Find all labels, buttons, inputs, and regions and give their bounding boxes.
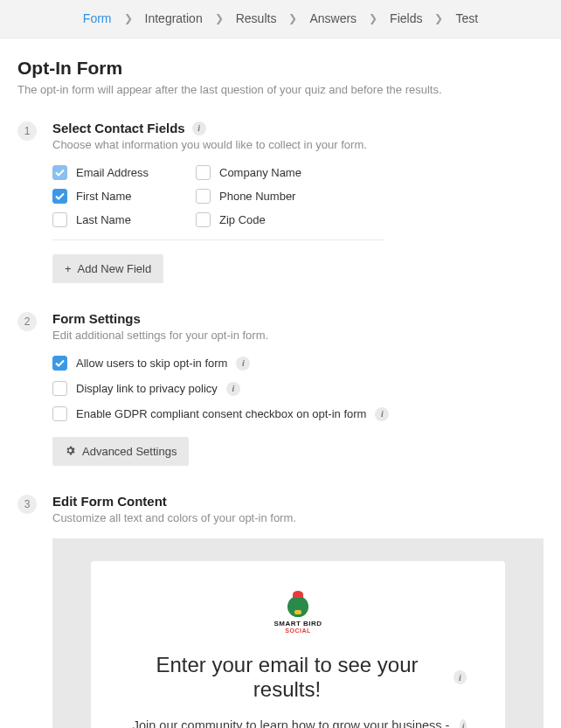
checkbox[interactable] bbox=[52, 212, 67, 227]
checkbox[interactable] bbox=[196, 165, 211, 180]
section-title: Edit Form Content bbox=[52, 494, 544, 509]
info-icon[interactable]: i bbox=[375, 407, 389, 421]
plus-icon: + bbox=[65, 263, 72, 274]
field-label: Email Address bbox=[76, 166, 149, 179]
nav-results[interactable]: Results bbox=[236, 11, 277, 25]
page-title: Opt-In Form bbox=[17, 58, 544, 79]
section-form-settings: 2 Form Settings Edit additional settings… bbox=[17, 311, 544, 466]
section-desc: Edit additional settings for your opt-in… bbox=[52, 329, 544, 342]
info-icon[interactable]: i bbox=[454, 670, 467, 684]
logo-text: SMART BIRD bbox=[274, 620, 322, 627]
field-label: Last Name bbox=[76, 213, 131, 226]
step-number: 2 bbox=[17, 312, 37, 331]
chevron-right-icon: ❯ bbox=[434, 12, 443, 24]
option-label: Allow users to skip opt-in form bbox=[76, 357, 227, 370]
logo-image bbox=[287, 596, 308, 617]
chevron-right-icon: ❯ bbox=[124, 12, 133, 24]
field-label: Company Name bbox=[219, 166, 301, 179]
section-title-text: Edit Form Content bbox=[52, 494, 167, 509]
info-icon[interactable]: i bbox=[226, 382, 240, 396]
field-label: Zip Code bbox=[219, 213, 266, 226]
option-allow-skip[interactable]: Allow users to skip opt-in form i bbox=[52, 356, 544, 371]
section-title-text: Select Contact Fields bbox=[52, 121, 185, 135]
section-contact-fields: 1 Select Contact Fields i Choose what in… bbox=[17, 121, 544, 283]
checkbox[interactable] bbox=[52, 356, 67, 371]
field-last-name[interactable]: Last Name bbox=[52, 212, 196, 227]
field-first-name[interactable]: First Name bbox=[52, 189, 196, 204]
field-zip[interactable]: Zip Code bbox=[196, 212, 339, 227]
info-icon[interactable]: i bbox=[192, 121, 206, 135]
checkbox[interactable] bbox=[196, 189, 211, 204]
advanced-settings-button[interactable]: Advanced Settings bbox=[52, 437, 189, 466]
preview-card: SMART BIRD SOCIAL Enter your email to se… bbox=[91, 561, 505, 728]
checkbox[interactable] bbox=[52, 406, 67, 421]
nav-fields[interactable]: Fields bbox=[390, 11, 422, 25]
nav-integration[interactable]: Integration bbox=[145, 11, 203, 25]
section-edit-content: 3 Edit Form Content Customize all text a… bbox=[17, 494, 544, 728]
button-label: Add New Field bbox=[78, 262, 152, 275]
step-number: 1 bbox=[17, 121, 37, 141]
field-label: Phone Number bbox=[219, 190, 295, 203]
checkbox[interactable] bbox=[52, 165, 67, 180]
preview-subheading[interactable]: Join our community to learn how to grow … bbox=[129, 716, 453, 728]
divider bbox=[52, 239, 384, 240]
button-label: Advanced Settings bbox=[82, 445, 177, 458]
nav-form[interactable]: Form bbox=[83, 11, 112, 25]
section-title-text: Form Settings bbox=[52, 311, 141, 326]
option-privacy-link[interactable]: Display link to privacy policy i bbox=[52, 381, 544, 396]
checkbox[interactable] bbox=[196, 212, 211, 227]
chevron-right-icon: ❯ bbox=[369, 12, 377, 24]
brand-logo: SMART BIRD SOCIAL bbox=[129, 596, 467, 634]
section-title: Form Settings bbox=[52, 311, 544, 326]
info-icon[interactable]: i bbox=[460, 719, 467, 728]
section-desc: Choose what information you would like t… bbox=[52, 138, 544, 151]
chevron-right-icon: ❯ bbox=[215, 12, 224, 24]
field-company[interactable]: Company Name bbox=[196, 165, 339, 180]
top-nav: Form ❯ Integration ❯ Results ❯ Answers ❯… bbox=[0, 0, 561, 38]
add-new-field-button[interactable]: + Add New Field bbox=[52, 254, 163, 283]
chevron-right-icon: ❯ bbox=[288, 12, 297, 24]
gear-icon bbox=[65, 445, 76, 458]
field-label: First Name bbox=[76, 190, 132, 203]
nav-answers[interactable]: Answers bbox=[309, 11, 357, 25]
form-preview: SMART BIRD SOCIAL Enter your email to se… bbox=[52, 538, 544, 728]
info-icon[interactable]: i bbox=[236, 357, 250, 371]
nav-test[interactable]: Test bbox=[455, 11, 478, 25]
step-number: 3 bbox=[17, 495, 37, 514]
page-desc: The opt-in form will appear after the la… bbox=[17, 83, 544, 96]
option-label: Display link to privacy policy bbox=[76, 382, 218, 395]
field-email[interactable]: Email Address bbox=[52, 165, 196, 180]
preview-heading[interactable]: Enter your email to see your results! bbox=[129, 653, 445, 702]
section-desc: Customize all text and colors of your op… bbox=[52, 511, 544, 524]
checkbox[interactable] bbox=[52, 381, 67, 396]
field-phone[interactable]: Phone Number bbox=[196, 189, 339, 204]
checkbox[interactable] bbox=[52, 189, 67, 204]
option-label: Enable GDPR compliant consent checkbox o… bbox=[76, 407, 366, 420]
section-title: Select Contact Fields i bbox=[52, 121, 544, 135]
option-gdpr[interactable]: Enable GDPR compliant consent checkbox o… bbox=[52, 406, 544, 421]
logo-subtext: SOCIAL bbox=[285, 627, 310, 634]
